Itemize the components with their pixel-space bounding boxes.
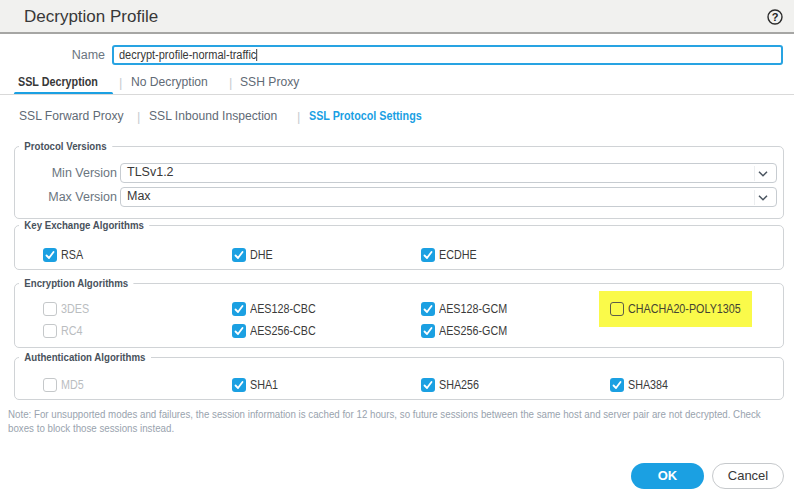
- svg-text:?: ?: [772, 11, 779, 23]
